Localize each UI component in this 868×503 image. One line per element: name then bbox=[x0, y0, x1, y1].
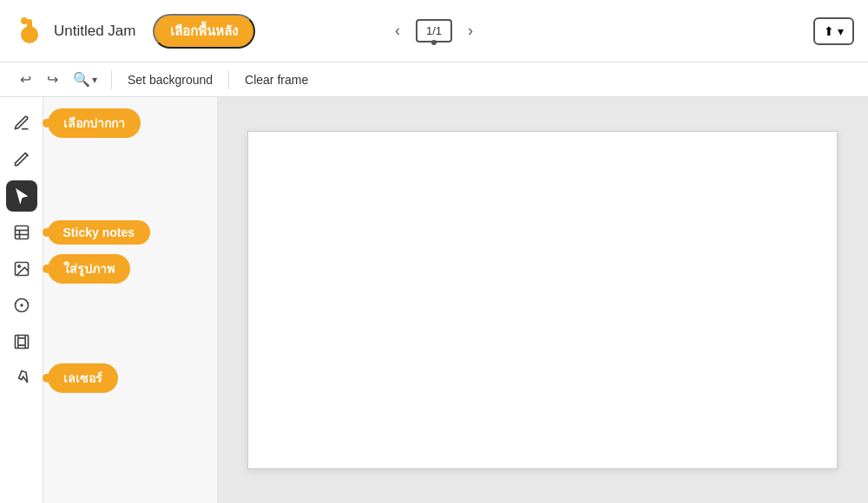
app-title: Untitled Jam bbox=[54, 23, 135, 40]
set-background-button[interactable]: Set background bbox=[121, 69, 220, 90]
toolbar-divider-2 bbox=[228, 70, 229, 89]
header: Untitled Jam เลือกพื้นหลัง ‹ 1/1 › ⬆ ▾ bbox=[0, 0, 868, 62]
background-button[interactable]: เลือกพื้นหลัง bbox=[153, 14, 255, 49]
svg-point-8 bbox=[17, 265, 19, 268]
shape-tool[interactable] bbox=[6, 290, 37, 321]
zoom-control[interactable]: 🔍 ▾ bbox=[68, 68, 102, 91]
export-button[interactable]: ⬆ ▾ bbox=[813, 17, 854, 45]
sticky-notes-tool[interactable]: Sticky notes bbox=[6, 217, 37, 248]
frame-tool[interactable] bbox=[6, 326, 37, 357]
svg-rect-11 bbox=[15, 336, 28, 349]
zoom-chevron: ▾ bbox=[92, 74, 97, 86]
undo-button[interactable]: ↩ bbox=[14, 67, 37, 92]
redo-icon: ↪ bbox=[47, 71, 58, 88]
toolbar-divider bbox=[111, 70, 112, 89]
export-chevron: ▾ bbox=[838, 24, 844, 38]
pen-tool[interactable]: เลือกปากกา bbox=[6, 108, 37, 139]
undo-icon: ↩ bbox=[20, 71, 31, 88]
svg-rect-12 bbox=[17, 338, 24, 345]
left-panel bbox=[43, 97, 217, 503]
frame-navigation: ‹ 1/1 › bbox=[388, 18, 480, 43]
svg-point-10 bbox=[21, 304, 23, 306]
next-frame-button[interactable]: › bbox=[461, 18, 480, 43]
svg-rect-3 bbox=[15, 226, 28, 239]
tools-sidebar: เลือกปากกา Sticky notes bbox=[0, 97, 43, 503]
export-icon: ⬆ bbox=[824, 24, 834, 38]
frame-counter: 1/1 bbox=[426, 24, 442, 37]
laser-tool[interactable]: เลเซอร์ bbox=[6, 363, 37, 394]
marker-tool[interactable] bbox=[6, 144, 37, 175]
frame-indicator: 1/1 bbox=[416, 19, 452, 42]
clear-frame-button[interactable]: Clear frame bbox=[238, 69, 315, 90]
svg-point-2 bbox=[21, 17, 28, 24]
header-right: ⬆ ▾ bbox=[813, 17, 854, 45]
toolbar: ↩ ↪ 🔍 ▾ Set background Clear frame bbox=[0, 62, 868, 97]
app-logo bbox=[14, 14, 54, 49]
canvas-area[interactable] bbox=[217, 97, 868, 503]
prev-frame-button[interactable]: ‹ bbox=[388, 18, 407, 43]
zoom-icon: 🔍 bbox=[73, 71, 90, 88]
select-tool[interactable] bbox=[6, 180, 37, 212]
image-tool[interactable]: ใส่รูปภาพ bbox=[6, 253, 37, 284]
canvas-frame[interactable] bbox=[247, 131, 838, 469]
svg-rect-1 bbox=[27, 19, 32, 36]
main-area: เลือกปากกา Sticky notes bbox=[0, 97, 868, 503]
redo-button[interactable]: ↪ bbox=[41, 67, 64, 92]
